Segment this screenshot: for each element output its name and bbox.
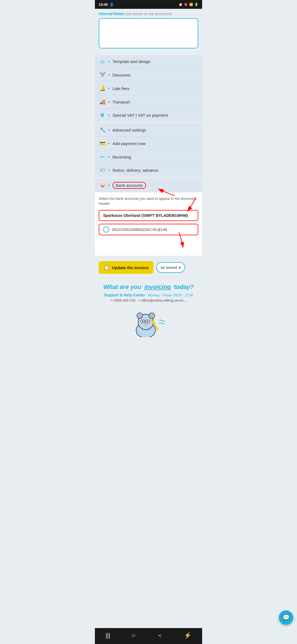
accordion-item-notice[interactable]: 🏷 ▾ Notice, delivery, advance: [95, 164, 202, 177]
chevron-icon: ▾: [108, 86, 110, 90]
accordion-label: Late fees: [112, 86, 130, 91]
signal-icon: 📶: [189, 3, 193, 6]
chevron-icon: ▾: [108, 128, 110, 132]
accordion-item-special-vat[interactable]: 🖩 ▾ Special VAT | VAT on payment: [95, 109, 202, 122]
bank-accounts-description: Select the bank accounts you want to app…: [99, 196, 198, 206]
chevron-icon: ▾: [108, 60, 110, 64]
accordion-item-reversing[interactable]: ↩ ▾ Reversing: [95, 150, 202, 164]
chevron-icon: ▾: [108, 73, 110, 77]
mascot-area: [99, 307, 198, 340]
bank-name-container: Sparkasse Oberland (SWIFT BYLADEM1WHM): [99, 210, 198, 221]
accordion-item-discounts[interactable]: ✂️ ▾ Discounts: [95, 68, 202, 82]
accordion-label: Advanced settings: [112, 128, 146, 132]
accordion-item-template-design[interactable]: 🗂 ▾ Template and design: [95, 55, 202, 68]
time: 10:06: [99, 2, 108, 7]
status-bar-right: ⏰ 🔇 📶 🔋: [179, 3, 198, 6]
svg-point-8: [150, 314, 153, 317]
bank-accounts-header[interactable]: 🐷 ▾ Bank accounts: [95, 178, 202, 192]
accordion-group-2: 🔧 ▾ Advanced settings 💳 ▾ Add payment no…: [95, 123, 202, 177]
internal-notes-sublabel: (not shown on the document): [125, 12, 172, 16]
chevron-icon: ▾: [108, 113, 110, 117]
internal-notes-label: Internal Notes (not shown on the documen…: [99, 12, 198, 16]
transport-icon: 🚚: [99, 99, 106, 105]
bank-accounts-section: 🐷 ▾ Bank accounts Select the bank accoun…: [95, 178, 202, 256]
iban-radio[interactable]: [103, 227, 109, 233]
mascot-illustration: [127, 310, 170, 337]
footer-contact: > 0368 409 233 > office@online-billing-s…: [99, 298, 198, 302]
iban-text: DE24703510300032341745 [EUR]: [112, 228, 167, 232]
dropdown-chevron-icon: ▾: [179, 265, 181, 270]
accordion-item-add-payment[interactable]: 💳 ▾ Add payment now: [95, 137, 202, 150]
internal-notes-input[interactable]: [99, 18, 198, 48]
issued-label: as issued: [161, 265, 177, 270]
footer-support: Support & Help Center Monday - Friday: 0…: [99, 293, 198, 297]
user-icon: 👤: [109, 2, 114, 7]
accordion-label: Transport: [112, 100, 130, 104]
chevron-icon: ▾: [108, 155, 110, 159]
svg-point-7: [138, 314, 141, 317]
accordion-label: Notice, delivery, advance: [112, 168, 158, 173]
chevron-icon: ▾: [108, 184, 110, 187]
accordion-label: Add payment now: [112, 141, 145, 146]
iban-entry[interactable]: DE24703510300032341745 [EUR]: [99, 224, 198, 235]
as-issued-dropdown[interactable]: as issued ▾: [156, 262, 185, 273]
chevron-icon: ▾: [108, 141, 110, 145]
invoice-icon: 📋: [104, 264, 110, 271]
main-content: Internal Notes (not shown on the documen…: [95, 9, 202, 365]
battery-icon: 🔋: [194, 3, 198, 6]
svg-point-13: [147, 321, 148, 322]
svg-point-14: [144, 323, 147, 325]
footer-section: What are you invoicing today? Support & …: [95, 278, 202, 365]
update-button-label: Update the invoice: [112, 265, 148, 270]
internal-notes-section: Internal Notes (not shown on the documen…: [95, 9, 202, 53]
status-bar-left: 10:06 👤: [99, 2, 114, 7]
update-bar: 📋 Update the invoice as issued ▾: [95, 257, 202, 278]
accordion-label: Discounts: [112, 73, 131, 77]
bank-accounts-body: Select the bank accounts you want to app…: [95, 192, 202, 256]
footer-headline: What are you invoicing today?: [99, 283, 198, 291]
reversing-icon: ↩: [99, 154, 106, 160]
settings-icon: 🔧: [99, 127, 106, 133]
bank-icon: 🐷: [99, 182, 106, 189]
iban-container: DE24703510300032341745 [EUR]: [99, 224, 198, 235]
template-icon: 🗂: [99, 59, 106, 64]
svg-point-12: [142, 321, 144, 322]
notice-icon: 🏷: [99, 167, 106, 173]
special-vat-icon: 🖩: [99, 112, 106, 118]
discounts-icon: ✂️: [99, 72, 106, 78]
late-fees-icon: 🔔: [99, 85, 106, 91]
mute-icon: 🔇: [184, 3, 188, 6]
accordion-label: Template and design: [112, 59, 150, 64]
accordion-group-1: 🗂 ▾ Template and design ✂️ ▾ Discounts 🔔…: [95, 55, 202, 122]
status-bar: 10:06 👤 ⏰ 🔇 📶 🔋: [95, 0, 202, 9]
chevron-icon: ▾: [108, 168, 110, 172]
payment-icon: 💳: [99, 140, 106, 146]
accordion-label: Special VAT | VAT on payment: [112, 113, 168, 118]
chevron-icon: ▾: [108, 100, 110, 104]
accordion-label: Reversing: [112, 155, 131, 159]
update-invoice-button[interactable]: 📋 Update the invoice: [99, 261, 153, 274]
bank-name-entry[interactable]: Sparkasse Oberland (SWIFT BYLADEM1WHM): [99, 210, 198, 221]
spacer: [99, 235, 198, 252]
accordion-item-advanced-settings[interactable]: 🔧 ▾ Advanced settings: [95, 123, 202, 137]
accordion-item-late-fees[interactable]: 🔔 ▾ Late fees: [95, 82, 202, 95]
nav-spacer: [99, 340, 198, 362]
alarm-icon: ⏰: [179, 3, 183, 6]
bank-accounts-label: Bank accounts: [112, 182, 146, 189]
accordion-item-transport[interactable]: 🚚 ▾ Transport: [95, 95, 202, 109]
